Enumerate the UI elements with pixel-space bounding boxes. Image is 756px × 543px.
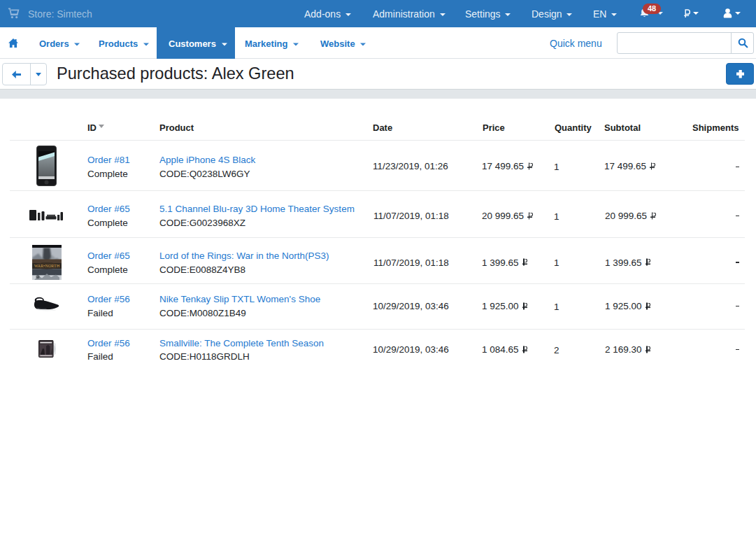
svg-text:WAR•NORTH: WAR•NORTH [34,264,60,268]
